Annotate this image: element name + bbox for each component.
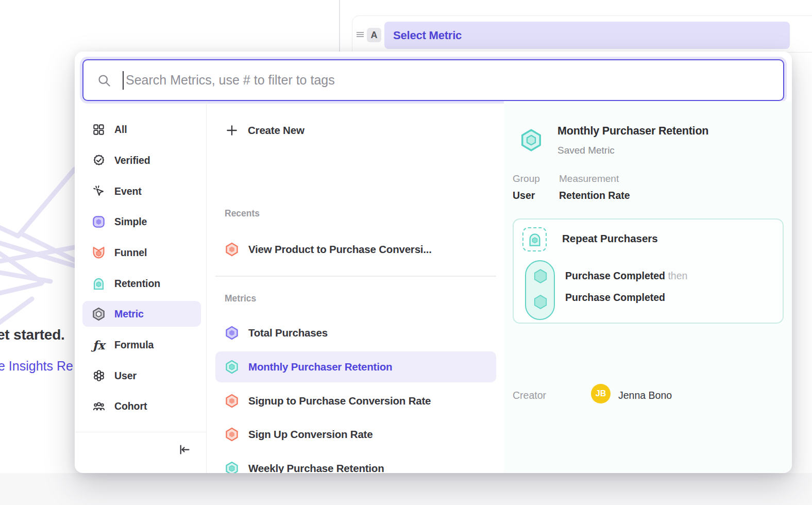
background-link[interactable]: e Insights Re	[0, 359, 73, 374]
teal-hexagon-icon-large	[519, 128, 543, 152]
measurement-label: Measurement	[559, 173, 619, 184]
sidebar-item-event[interactable]: Event	[82, 178, 201, 204]
event-sequence-pill	[525, 260, 555, 320]
step-1-event: Purchase Completed	[565, 270, 665, 281]
sidebar-item-funnel[interactable]: Funnel	[82, 240, 201, 265]
sidebar-footer-divider	[75, 432, 206, 432]
user-cluster-icon	[92, 369, 106, 383]
series-a-badge[interactable]: A	[367, 28, 381, 42]
drag-handle-icon[interactable]	[355, 29, 365, 40]
card-title: Repeat Purchasers	[562, 232, 658, 245]
sidebar-item-label: Retention	[114, 278, 160, 290]
plus-icon	[225, 124, 239, 137]
metrics-section-label: Metrics	[225, 293, 256, 304]
saved-metric-icon	[92, 307, 106, 321]
sidebar-item-formula[interactable]: ƒx Formula	[82, 332, 201, 358]
recent-item-label: View Product to Purchase Conversi...	[248, 243, 432, 256]
formula-icon: ƒx	[92, 338, 106, 352]
sidebar-item-label: Verified	[114, 155, 150, 166]
sidebar-item-user[interactable]: User	[82, 363, 201, 389]
recents-section-label: Recents	[225, 208, 260, 219]
hexagon-step-icon	[533, 268, 548, 284]
detail-title: Monthly Purchaser Retention	[557, 125, 708, 138]
step-2-event: Purchase Completed	[565, 292, 665, 303]
sidebar-item-label: All	[114, 124, 127, 136]
select-metric-button[interactable]: Select Metric	[384, 22, 790, 49]
screen: et started. e Insights Re A Select Metri…	[0, 0, 812, 505]
metric-list-item[interactable]: Signup to Purchase Conversion Rate	[215, 385, 496, 416]
teal-hexagon-icon	[225, 461, 239, 473]
sidebar-item-label: User	[114, 370, 137, 382]
metric-list-item-selected[interactable]: Monthly Purchaser Retention	[215, 351, 496, 382]
funnel-metric-icon	[92, 246, 106, 260]
metric-list: Create New Recents View Product to Purch…	[207, 101, 504, 473]
measurement-value: Retention Rate	[559, 190, 630, 201]
recent-item[interactable]: View Product to Purchase Conversi...	[215, 234, 496, 265]
hexagon-step-icon	[533, 294, 548, 310]
metric-list-item[interactable]: Sign Up Conversion Rate	[215, 419, 496, 450]
funnel-hexagon-icon	[225, 242, 239, 257]
step-2: Purchase Completed	[565, 292, 665, 304]
retention-step-icon	[522, 227, 547, 251]
sidebar-item-label: Funnel	[114, 247, 147, 259]
search-icon	[97, 73, 111, 88]
sidebar-item-all[interactable]: All	[82, 116, 201, 142]
metric-toolbar: A Select Metric	[352, 15, 812, 53]
step-1: Purchase Completed then	[565, 270, 687, 282]
metric-definition-card: Repeat Purchasers Purchase Completed the…	[513, 218, 784, 324]
metric-list-item[interactable]: Weekly Purchase Retention	[215, 453, 496, 473]
sidebar-item-cohort[interactable]: Cohort	[82, 393, 201, 419]
event-cursor-icon	[92, 184, 106, 198]
retention-metric-icon	[92, 277, 106, 291]
detail-subtitle: Saved Metric	[557, 145, 615, 156]
creator-avatar: JB	[591, 384, 611, 403]
select-metric-label: Select Metric	[393, 29, 462, 42]
metric-item-label: Sign Up Conversion Rate	[248, 428, 373, 441]
salmon-hexagon-icon	[225, 394, 239, 408]
collapse-sidebar-button[interactable]	[176, 441, 192, 458]
creator-name: Jenna Bono	[618, 390, 672, 401]
sidebar-item-label: Formula	[114, 339, 154, 351]
create-new-button[interactable]: Create New	[215, 115, 496, 146]
metric-list-item[interactable]: Total Purchases	[215, 317, 496, 348]
sidebar-item-retention[interactable]: Retention	[82, 271, 201, 296]
metric-item-label: Weekly Purchase Retention	[248, 462, 384, 473]
list-section-divider	[215, 276, 496, 277]
salmon-hexagon-icon	[225, 427, 239, 442]
background-headline: et started.	[0, 327, 65, 343]
sidebar-item-simple[interactable]: Simple	[82, 209, 201, 234]
step-connector: then	[668, 270, 687, 281]
teal-hexagon-icon	[225, 360, 239, 374]
purple-hexagon-icon	[225, 326, 239, 340]
create-new-label: Create New	[248, 124, 304, 137]
group-label: Group	[513, 173, 540, 184]
metric-picker-modal: All Verified Event	[75, 52, 792, 473]
metric-item-label: Total Purchases	[248, 327, 328, 339]
group-value: User	[513, 190, 535, 201]
search-box[interactable]	[82, 59, 784, 101]
search-input[interactable]	[124, 60, 783, 100]
sidebar-item-metric[interactable]: Metric	[82, 301, 201, 327]
sidebar-item-verified[interactable]: Verified	[82, 147, 201, 173]
creator-label: Creator	[513, 390, 546, 401]
sidebar-item-label: Metric	[114, 308, 144, 320]
verified-badge-icon	[92, 154, 106, 167]
bottom-strip	[0, 473, 812, 505]
grid-icon	[92, 123, 106, 137]
metric-detail-panel: Monthly Purchaser Retention Saved Metric…	[504, 101, 792, 473]
metric-item-label: Signup to Purchase Conversion Rate	[248, 395, 431, 407]
simple-metric-icon	[92, 215, 106, 229]
sidebar-item-label: Cohort	[114, 400, 147, 412]
metric-item-label: Monthly Purchaser Retention	[248, 361, 392, 373]
sidebar-item-label: Event	[114, 186, 142, 197]
cohort-people-icon	[92, 399, 106, 413]
sidebar-item-label: Simple	[114, 216, 147, 228]
